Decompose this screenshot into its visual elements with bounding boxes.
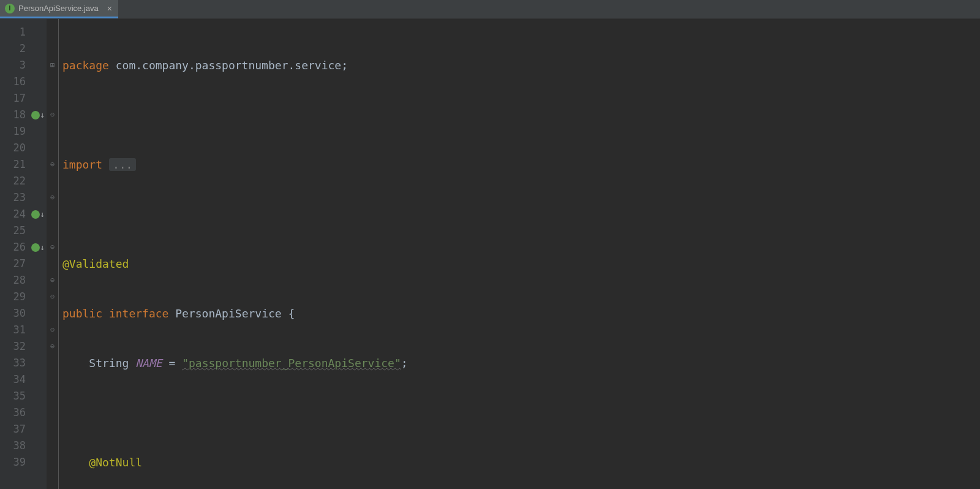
line-number[interactable]: 18 [0,107,26,123]
gutter-marker-row [29,156,47,173]
code-area[interactable]: package com.company.passportnumber.servi… [59,19,980,489]
fold-toggle [47,90,58,107]
fold-gutter[interactable]: ⊞⊖⊖⊖⊖⊖⊖⊖⊖ [47,19,59,489]
interface-file-icon: I [5,4,15,13]
fold-toggle [47,371,58,388]
line-number[interactable]: 19 [0,123,26,140]
close-icon[interactable]: × [107,4,112,13]
code-line: @Validated [62,256,980,272]
code-line: String NAME = "passportnumber_PersonApiS… [62,355,980,371]
fold-toggle[interactable]: ⊖ [47,239,58,256]
gutter-marker-row [29,454,47,471]
fold-toggle [47,438,58,454]
line-number[interactable]: 36 [0,404,26,421]
fold-toggle [47,388,58,404]
fold-toggle[interactable]: ⊖ [47,272,58,289]
line-number[interactable]: 26 [0,239,26,256]
gutter-marker-row: ↓ [29,107,47,123]
line-number-gutter[interactable]: 1231617181920212223242526272829303132333… [0,19,29,489]
fold-toggle[interactable]: ⊖ [47,189,58,206]
line-number[interactable]: 39 [0,454,26,471]
gutter-marker-row [29,355,47,371]
line-number[interactable]: 21 [0,156,26,173]
fold-toggle [47,256,58,272]
line-number[interactable]: 27 [0,256,26,272]
gutter-marker-row: ↓ [29,239,47,256]
line-number[interactable]: 28 [0,272,26,289]
gutter-marker-row [29,189,47,206]
line-number[interactable]: 25 [0,222,26,239]
gutter-marker-row [29,289,47,305]
annotation-notnull: @NotNull [89,456,142,469]
down-arrow-icon: ↓ [40,239,45,256]
fold-toggle[interactable]: ⊖ [47,107,58,123]
line-number[interactable]: 38 [0,438,26,454]
class-name: PersonApiService [175,307,281,320]
line-number[interactable]: 2 [0,40,26,57]
line-number[interactable]: 3 [0,57,26,74]
implements-marker-icon[interactable] [31,210,40,219]
line-number[interactable]: 20 [0,140,26,156]
implements-marker-icon[interactable] [31,111,40,119]
field-name: NAME [135,357,162,370]
gutter-marker-row [29,404,47,421]
line-number[interactable]: 1 [0,24,26,40]
line-number[interactable]: 16 [0,74,26,90]
gutter-marker-row [29,388,47,404]
gutter-marker-row [29,24,47,40]
editor-tab[interactable]: I PersonApiService.java × [0,0,118,18]
gutter-marker-row [29,322,47,338]
fold-toggle [47,40,58,57]
fold-toggle [47,454,58,471]
gutter-marker-row [29,305,47,322]
gutter-marker-row: ↓ [29,206,47,222]
fold-toggle[interactable]: ⊖ [47,289,58,305]
fold-toggle[interactable]: ⊖ [47,338,58,355]
fold-toggle [47,140,58,156]
line-number[interactable]: 33 [0,355,26,371]
line-number[interactable]: 22 [0,173,26,189]
line-number[interactable]: 29 [0,289,26,305]
code-line [62,107,980,123]
fold-toggle[interactable]: ⊖ [47,156,58,173]
line-number[interactable]: 23 [0,189,26,206]
string-literal: "passportnumber_PersonApiService" [182,357,401,370]
code-line: @NotNull [62,454,980,471]
fold-toggle[interactable]: ⊖ [47,322,58,338]
annotation-validated: @Validated [62,257,129,270]
keyword-interface: interface [109,307,169,320]
line-number[interactable]: 17 [0,90,26,107]
line-number[interactable]: 35 [0,388,26,404]
gutter-marker-row [29,123,47,140]
down-arrow-icon: ↓ [40,107,45,123]
fold-toggle [47,305,58,322]
code-line [62,206,980,222]
code-line [62,404,980,421]
code-line: import ... [62,156,980,173]
gutter-marker-row [29,438,47,454]
gutter-marker-row [29,371,47,388]
gutter-marker-row [29,256,47,272]
keyword-package: package [62,59,109,72]
line-number[interactable]: 32 [0,338,26,355]
marker-gutter[interactable]: ↓↓↓ [29,19,47,489]
fold-toggle[interactable]: ⊞ [47,57,58,74]
implements-marker-icon[interactable] [31,243,40,252]
gutter-marker-row [29,421,47,438]
line-number[interactable]: 30 [0,305,26,322]
fold-toggle [47,74,58,90]
code-line: public interface PersonApiService { [62,305,980,322]
fold-toggle [47,24,58,40]
gutter-marker-row [29,40,47,57]
line-number[interactable]: 31 [0,322,26,338]
line-number[interactable]: 37 [0,421,26,438]
gutter-marker-row [29,173,47,189]
line-number[interactable]: 34 [0,371,26,388]
fold-toggle [47,421,58,438]
tab-filename: PersonApiService.java [18,4,99,13]
fold-toggle [47,404,58,421]
folded-imports[interactable]: ... [109,158,137,171]
line-number[interactable]: 24 [0,206,26,222]
gutter-marker-row [29,90,47,107]
fold-toggle [47,173,58,189]
